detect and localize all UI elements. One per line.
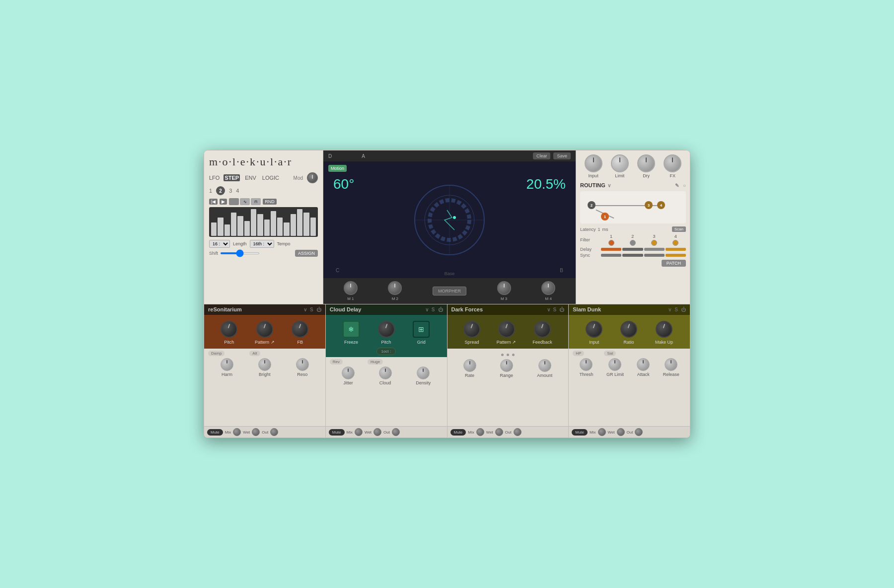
wave-btn-2[interactable]: ∿ xyxy=(240,198,250,205)
step-mode-btn[interactable]: STEP xyxy=(224,174,240,181)
out-knob-3[interactable] xyxy=(514,428,522,436)
limit-knob[interactable] xyxy=(611,154,629,172)
mix-knob-4[interactable] xyxy=(598,428,606,436)
rate-knob[interactable] xyxy=(463,359,476,372)
input-knob[interactable] xyxy=(585,154,602,172)
power-icon-4[interactable]: ⏻ xyxy=(681,307,686,312)
rnd-btn[interactable]: RND xyxy=(263,199,277,205)
node-1[interactable]: 1 xyxy=(601,213,609,220)
wet-knob-3[interactable] xyxy=(495,428,503,436)
play-btn[interactable]: ▶ xyxy=(220,199,227,205)
m1-knob[interactable] xyxy=(344,281,358,295)
bright-knob[interactable] xyxy=(258,358,271,371)
gr-limit-knob[interactable] xyxy=(608,358,621,371)
node-3[interactable]: 3 xyxy=(645,201,653,209)
assign-btn[interactable]: ASSIGN xyxy=(295,250,318,257)
hp-tag[interactable]: HP xyxy=(573,351,584,356)
slam-input-knob[interactable] xyxy=(586,321,602,338)
filter-dot-3[interactable] xyxy=(651,240,657,246)
patch-btn[interactable]: PATCH xyxy=(662,260,686,267)
octave-badge[interactable]: 1oct : xyxy=(376,348,395,355)
fx-knob[interactable] xyxy=(664,154,681,172)
wave-btn-3[interactable]: ⊓ xyxy=(251,198,261,205)
chevron-icon-4[interactable]: ∨ xyxy=(668,307,671,312)
amount-knob[interactable] xyxy=(538,359,551,372)
chevron-icon-3[interactable]: ∨ xyxy=(547,307,550,312)
resonitarium-mute[interactable]: Mute xyxy=(207,429,223,436)
dry-knob[interactable] xyxy=(637,154,655,172)
tempo-select[interactable]: 16th : xyxy=(250,240,274,248)
filter-dot-2[interactable] xyxy=(630,240,636,246)
jitter-knob[interactable] xyxy=(342,367,355,379)
rev-tag[interactable]: Rev xyxy=(330,359,343,365)
logic-mode-btn[interactable]: LOGIC xyxy=(261,174,280,181)
out-knob-4[interactable] xyxy=(635,428,643,436)
spread-knob[interactable] xyxy=(463,321,480,338)
range-knob[interactable] xyxy=(500,359,513,372)
cloud-pitch-knob[interactable] xyxy=(378,321,395,338)
node-4[interactable]: 4 xyxy=(657,201,665,209)
env-mode-btn[interactable]: ENV xyxy=(244,174,257,181)
freeze-btn[interactable]: ❄ xyxy=(343,321,360,338)
huge-tag[interactable]: Huge xyxy=(368,359,383,365)
pattern-knob[interactable] xyxy=(256,321,273,338)
num-2[interactable]: 2 xyxy=(216,186,225,195)
cloud-knob[interactable] xyxy=(379,367,392,379)
node-2[interactable]: 2 xyxy=(588,201,596,209)
filter-dot-1[interactable] xyxy=(608,240,614,246)
fb-knob[interactable] xyxy=(292,321,308,338)
wet-knob-2[interactable] xyxy=(373,428,381,436)
m4-knob[interactable] xyxy=(541,281,555,295)
routing-edit[interactable]: ✎ xyxy=(675,183,679,188)
reso-knob[interactable] xyxy=(296,358,309,371)
dark-pattern-knob[interactable] xyxy=(498,321,515,338)
morpher-btn[interactable]: MORPHER xyxy=(433,287,466,295)
mix-knob-2[interactable] xyxy=(355,428,363,436)
m3-knob[interactable] xyxy=(497,281,511,295)
save-icon-4[interactable]: S xyxy=(674,307,678,312)
mod-knob[interactable] xyxy=(307,172,318,183)
filter-dot-4[interactable] xyxy=(672,240,678,246)
clear-btn[interactable]: Clear xyxy=(533,152,551,159)
m2-knob[interactable] xyxy=(388,281,402,295)
tab-a[interactable]: A xyxy=(362,153,365,159)
routing-chevron[interactable]: ∨ xyxy=(607,183,611,188)
alt-tag[interactable]: Alt xyxy=(249,351,260,356)
attack-knob[interactable] xyxy=(637,358,650,371)
save-btn[interactable]: Save xyxy=(553,152,571,159)
save-icon-3[interactable]: S xyxy=(553,307,557,312)
grid-btn[interactable]: ⊞ xyxy=(413,321,430,338)
chevron-icon[interactable]: ∨ xyxy=(303,307,307,312)
sat-tag[interactable]: Sat xyxy=(604,351,616,356)
power-icon-3[interactable]: ⏻ xyxy=(559,307,564,312)
release-knob[interactable] xyxy=(665,358,677,371)
damp-tag[interactable]: Damp xyxy=(208,351,224,356)
cloud-mute[interactable]: Mute xyxy=(329,429,345,436)
ratio-knob[interactable] xyxy=(620,321,637,338)
pitch-knob[interactable] xyxy=(221,321,237,338)
density-knob[interactable] xyxy=(417,367,430,379)
thresh-knob[interactable] xyxy=(580,358,593,371)
shift-slider[interactable] xyxy=(220,252,260,254)
power-icon-2[interactable]: ⏻ xyxy=(438,307,443,312)
morpher-display[interactable]: Motion 60° 20.5% C B Base xyxy=(323,161,576,278)
wet-knob-4[interactable] xyxy=(617,428,625,436)
mix-knob-1[interactable] xyxy=(233,428,241,436)
scan-btn[interactable]: Scan xyxy=(672,226,686,232)
dark-mute[interactable]: Mute xyxy=(450,429,466,436)
wet-knob-1[interactable] xyxy=(252,428,260,436)
save-icon-2[interactable]: S xyxy=(432,307,435,312)
rewind-btn[interactable]: |◀ xyxy=(209,199,218,205)
harm-knob[interactable] xyxy=(221,358,233,371)
chevron-icon-2[interactable]: ∨ xyxy=(425,307,429,312)
out-knob-1[interactable] xyxy=(270,428,278,436)
makeup-knob[interactable] xyxy=(656,321,672,338)
mix-knob-3[interactable] xyxy=(476,428,484,436)
routing-circle[interactable]: ○ xyxy=(683,183,686,188)
out-knob-2[interactable] xyxy=(392,428,400,436)
wave-btn-1[interactable] xyxy=(229,198,239,205)
tab-d[interactable]: D xyxy=(328,153,332,159)
slam-mute[interactable]: Mute xyxy=(572,429,588,436)
save-icon[interactable]: S xyxy=(310,307,313,312)
feedback-knob[interactable] xyxy=(534,321,551,338)
